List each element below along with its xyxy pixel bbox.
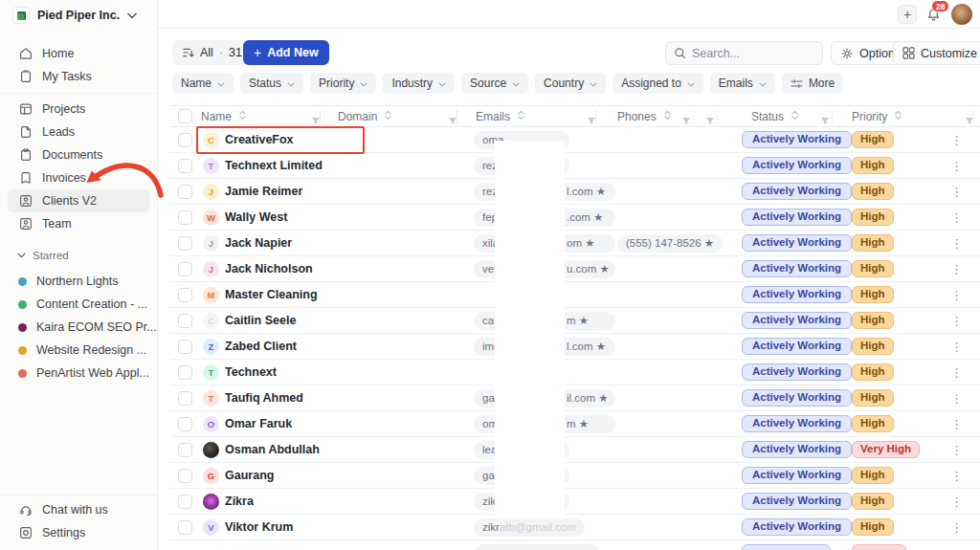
status-badge[interactable]: Actively Working: [742, 260, 852, 277]
starred-item-penartist-web-appl[interactable]: PenArtist Web Appl...: [0, 362, 157, 385]
row-menu-icon[interactable]: ⋮: [950, 360, 962, 385]
filter-chip-source[interactable]: Source: [461, 73, 528, 94]
starred-item-northern-lights[interactable]: Northern Lights: [0, 270, 157, 293]
priority-badge[interactable]: High: [852, 209, 894, 226]
row-menu-icon[interactable]: ⋮: [950, 334, 962, 360]
sort-icon[interactable]: [895, 110, 902, 123]
status-badge[interactable]: Actively Working: [742, 467, 852, 484]
status-badge[interactable]: Actively Working: [742, 286, 852, 303]
select-all-checkbox[interactable]: [178, 109, 192, 123]
sort-icon[interactable]: [664, 110, 671, 123]
priority-badge[interactable]: High: [852, 260, 894, 277]
client-name[interactable]: Jack Nicholson: [225, 256, 313, 282]
client-name[interactable]: Omar Faruk: [225, 411, 292, 437]
row-checkbox[interactable]: [178, 210, 192, 225]
row-menu-icon[interactable]: ⋮: [950, 231, 962, 256]
priority-badge[interactable]: High: [852, 131, 894, 148]
filter-chip-country[interactable]: Country: [535, 73, 606, 94]
row-menu-icon[interactable]: ⋮: [950, 205, 962, 231]
client-name[interactable]: Zabed Client: [225, 334, 297, 360]
row-checkbox[interactable]: [178, 262, 192, 276]
user-avatar[interactable]: [951, 4, 972, 25]
filter-chip-emails[interactable]: Emails: [710, 73, 775, 94]
client-name[interactable]: Zikra: [225, 489, 254, 515]
priority-badge[interactable]: High: [852, 363, 894, 381]
status-badge[interactable]: Actively Working: [742, 157, 852, 174]
row-menu-icon[interactable]: ⋮: [950, 127, 962, 153]
workspace-switcher[interactable]: Pied Piper Inc.: [12, 7, 137, 24]
row-menu-icon[interactable]: ⋮: [950, 463, 962, 489]
email-chip[interactable]: zikratb@gmail.com: [474, 518, 585, 537]
row-menu-icon[interactable]: ⋮: [950, 256, 962, 282]
priority-badge[interactable]: High: [852, 157, 894, 174]
row-checkbox[interactable]: [178, 236, 192, 251]
row-checkbox[interactable]: [178, 520, 192, 535]
filter-chip-priority[interactable]: Priority: [310, 73, 376, 94]
filter-chip-assigned-to[interactable]: Assigned to: [612, 73, 703, 94]
row-checkbox[interactable]: [178, 365, 192, 380]
filter-chip-status[interactable]: Status: [240, 73, 303, 94]
customize-button[interactable]: Customize: [893, 41, 980, 65]
client-name[interactable]: Viktor Krum: [225, 515, 293, 540]
status-badge[interactable]: Actively Working: [742, 363, 852, 381]
sidebar-item-projects[interactable]: Projects: [8, 98, 149, 121]
priority-badge[interactable]: High: [852, 183, 894, 200]
status-badge[interactable]: Actively Working: [742, 338, 852, 355]
priority-badge[interactable]: High: [852, 234, 894, 252]
starred-item-kaira-ecom-seo-pr[interactable]: Kaira ECOM SEO Pr...: [0, 316, 157, 339]
priority-badge[interactable]: Very High: [852, 441, 920, 458]
row-menu-icon[interactable]: ⋮: [950, 411, 962, 437]
client-name[interactable]: Osman Abdullah: [225, 437, 320, 463]
row-checkbox[interactable]: [178, 133, 192, 147]
priority-badge[interactable]: High: [852, 493, 894, 510]
row-checkbox[interactable]: [178, 391, 192, 406]
sidebar-item-my-tasks[interactable]: My Tasks: [8, 65, 149, 88]
status-badge[interactable]: Actively Working: [742, 493, 852, 510]
row-menu-icon[interactable]: ⋮: [950, 489, 962, 515]
row-checkbox[interactable]: [178, 469, 192, 483]
filter-chip-name[interactable]: Name: [172, 73, 234, 94]
sidebar-item-home[interactable]: Home: [8, 42, 149, 65]
client-name[interactable]: Jamie Reimer: [225, 179, 302, 205]
search-input[interactable]: [692, 47, 814, 60]
row-checkbox[interactable]: [178, 495, 192, 509]
add-new-button[interactable]: + Add New: [243, 40, 329, 65]
row-menu-icon[interactable]: ⋮: [950, 153, 962, 179]
starred-item-website-redesign[interactable]: Website Redesign ...: [0, 339, 157, 362]
search-box[interactable]: [665, 41, 823, 65]
status-badge[interactable]: Actively Working: [742, 415, 852, 432]
sidebar-item-settings[interactable]: Settings: [8, 521, 149, 544]
create-new-button[interactable]: +: [898, 5, 917, 24]
client-name[interactable]: Wally West: [225, 205, 287, 231]
status-badge[interactable]: Actively Working: [742, 312, 852, 329]
client-name[interactable]: Taufiq Ahmed: [225, 385, 303, 411]
sidebar-item-chat-with-us[interactable]: Chat with us: [8, 498, 149, 521]
row-checkbox[interactable]: [178, 443, 192, 457]
status-badge[interactable]: Actively Working: [742, 518, 852, 536]
priority-badge[interactable]: High: [852, 312, 894, 329]
row-checkbox[interactable]: [178, 417, 192, 431]
column-header-emails[interactable]: Emails: [476, 105, 524, 127]
status-badge[interactable]: Actively Working: [742, 234, 852, 252]
phone-chip[interactable]: (555) 147-8526 ★: [617, 234, 723, 253]
column-header-domain[interactable]: Domain: [338, 105, 391, 127]
sort-icon[interactable]: [239, 110, 246, 123]
status-badge[interactable]: Actively Working: [742, 131, 852, 148]
sort-icon[interactable]: [518, 110, 524, 123]
client-name[interactable]: Caitlin Seele: [225, 308, 296, 334]
client-name[interactable]: Technext Limited: [225, 153, 323, 179]
sort-icon[interactable]: [791, 110, 798, 123]
row-menu-icon[interactable]: ⋮: [950, 437, 962, 463]
row-menu-icon[interactable]: ⋮: [950, 179, 962, 205]
status-badge[interactable]: Actively Working: [742, 441, 852, 458]
more-filters-button[interactable]: More: [782, 73, 843, 94]
row-menu-icon[interactable]: ⋮: [950, 308, 962, 334]
row-menu-icon[interactable]: ⋮: [950, 515, 962, 540]
row-checkbox[interactable]: [178, 340, 192, 354]
client-name[interactable]: Jack Napier: [225, 231, 292, 256]
priority-badge[interactable]: High: [852, 389, 894, 407]
row-checkbox[interactable]: [178, 288, 192, 302]
column-header-name[interactable]: Name: [201, 105, 246, 127]
column-header-priority[interactable]: Priority: [852, 105, 902, 127]
column-header-phones[interactable]: Phones: [617, 105, 671, 127]
